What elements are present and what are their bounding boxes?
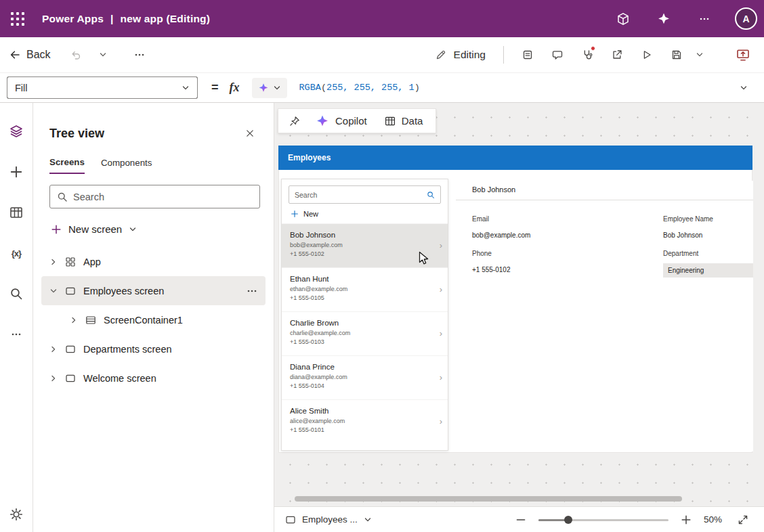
app-name: new app (Editing) bbox=[121, 13, 211, 25]
undo-redo-dropdown[interactable] bbox=[91, 43, 114, 66]
employee-name: Alice Smith bbox=[290, 407, 433, 415]
back-button[interactable]: Back bbox=[9, 49, 51, 61]
chevron-right-icon: › bbox=[440, 328, 442, 338]
pin-button[interactable] bbox=[282, 109, 307, 133]
formula-close-paren: ) bbox=[415, 83, 420, 93]
field-label: Department bbox=[663, 250, 753, 257]
close-icon bbox=[245, 129, 255, 138]
environment-button[interactable] bbox=[608, 3, 639, 35]
copilot-button[interactable] bbox=[648, 3, 679, 35]
save-icon bbox=[671, 49, 682, 60]
editing-mode-indicator[interactable]: Editing bbox=[436, 49, 486, 61]
copilot-icon bbox=[316, 114, 329, 128]
fit-to-screen-button[interactable] bbox=[734, 511, 752, 529]
undo-button[interactable] bbox=[64, 43, 87, 66]
app-object-icon bbox=[65, 257, 76, 267]
command-bar-left: Back bbox=[9, 43, 151, 66]
zoom-slider[interactable] bbox=[538, 515, 668, 525]
dock-data-tab[interactable]: Data bbox=[376, 109, 432, 133]
tree-search-input[interactable] bbox=[73, 192, 253, 202]
detail-field-department[interactable]: Department Engineering bbox=[663, 250, 753, 278]
employee-email: diana@example.com bbox=[290, 374, 433, 380]
tree-item-screen-container[interactable]: ScreenContainer1 bbox=[41, 305, 266, 334]
search-icon bbox=[57, 192, 68, 202]
tab-screens[interactable]: Screens bbox=[49, 157, 85, 174]
header-more-button[interactable] bbox=[689, 3, 720, 35]
tree-list: App Employees screen ScreenContainer1 De… bbox=[49, 247, 260, 393]
share-button[interactable] bbox=[606, 43, 629, 66]
employee-name: Charlie Brown bbox=[290, 319, 433, 327]
new-employee-label: New bbox=[303, 210, 318, 218]
chevron-down-icon bbox=[49, 287, 58, 295]
rail-data-button[interactable] bbox=[3, 199, 30, 226]
rail-insert-button[interactable] bbox=[3, 158, 30, 185]
new-screen-button[interactable]: New screen bbox=[49, 219, 138, 239]
app-settings-button[interactable] bbox=[516, 43, 539, 66]
employee-search-input[interactable] bbox=[295, 191, 423, 199]
new-employee-button[interactable]: New bbox=[282, 204, 327, 223]
expand-icon bbox=[738, 514, 748, 525]
more-icon bbox=[134, 49, 145, 60]
zoom-out-button[interactable] bbox=[512, 511, 530, 529]
app-checker-button[interactable] bbox=[576, 43, 599, 66]
canvas-horizontal-scrollbar[interactable] bbox=[295, 496, 682, 502]
tree-item-welcome-screen[interactable]: Welcome screen bbox=[41, 363, 266, 393]
publish-button[interactable] bbox=[731, 43, 755, 66]
rail-tree-view-button[interactable] bbox=[3, 118, 30, 145]
screen-selector[interactable]: Employees ... bbox=[285, 514, 372, 525]
employee-list-item[interactable]: Charlie Brown charlie@example.com +1 555… bbox=[282, 311, 448, 355]
avatar[interactable]: A bbox=[735, 7, 757, 30]
detail-field-email[interactable]: Email bob@example.com bbox=[472, 215, 663, 239]
detail-field-phone[interactable]: Phone +1 555-0102 bbox=[472, 250, 663, 278]
preview-app-header[interactable]: Employees bbox=[278, 146, 752, 170]
undo-icon bbox=[70, 49, 81, 60]
formula-copilot-button[interactable] bbox=[252, 78, 287, 98]
dock-copilot-label: Copilot bbox=[335, 115, 367, 127]
minus-icon bbox=[515, 514, 526, 525]
tree-item-app[interactable]: App bbox=[41, 247, 266, 276]
notes-icon bbox=[522, 49, 533, 60]
dock-copilot-tab[interactable]: Copilot bbox=[307, 109, 376, 133]
field-label: Email bbox=[472, 215, 663, 223]
rail-settings-button[interactable] bbox=[3, 501, 30, 528]
employee-list-item[interactable]: Alice Smith alice@example.com +1 555-010… bbox=[282, 399, 448, 443]
chevron-right-icon bbox=[70, 316, 78, 324]
save-options-dropdown[interactable] bbox=[688, 43, 711, 66]
property-selector[interactable]: Fill bbox=[7, 76, 198, 99]
slider-knob[interactable] bbox=[564, 516, 572, 524]
tree-search-box[interactable] bbox=[49, 185, 260, 208]
detail-fields: Email bob@example.com Employee Name Bob … bbox=[456, 200, 753, 278]
formula-bar-expand-button[interactable] bbox=[730, 76, 757, 99]
comment-icon bbox=[552, 49, 563, 60]
employee-list-item[interactable]: Bob Johnson bob@example.com +1 555-0102 … bbox=[282, 223, 448, 267]
detail-field-employee-name[interactable]: Employee Name Bob Johnson bbox=[663, 215, 753, 239]
command-bar-right: Editing bbox=[436, 43, 755, 66]
commandbar-more-button[interactable] bbox=[128, 43, 151, 66]
close-panel-button[interactable] bbox=[240, 123, 260, 143]
rail-variables-button[interactable]: {x} bbox=[3, 240, 30, 267]
formula-bar: Fill = fx RGBA(255, 255, 255, 1) bbox=[0, 73, 764, 103]
back-arrow-icon bbox=[9, 49, 20, 60]
formula-input[interactable]: RGBA(255, 255, 255, 1) bbox=[299, 83, 420, 93]
tree-item-more-button[interactable] bbox=[247, 286, 266, 296]
new-screen-label: New screen bbox=[68, 223, 122, 235]
employee-list-item[interactable]: Diana Prince diana@example.com +1 555-01… bbox=[282, 355, 448, 399]
tree-item-employees-screen[interactable]: Employees screen bbox=[41, 276, 266, 305]
rail-search-button[interactable] bbox=[3, 280, 30, 307]
formula-open-paren: ( bbox=[321, 83, 326, 93]
tree-item-departments-screen[interactable]: Departments screen bbox=[41, 334, 266, 363]
employee-search-box[interactable] bbox=[289, 185, 441, 204]
field-value: Engineering bbox=[663, 263, 753, 278]
comments-button[interactable] bbox=[546, 43, 569, 66]
zoom-in-button[interactable] bbox=[677, 511, 695, 529]
waffle-menu-button[interactable] bbox=[0, 0, 35, 37]
save-button[interactable] bbox=[665, 43, 688, 66]
rail-more-button[interactable] bbox=[3, 321, 30, 348]
more-icon bbox=[699, 14, 710, 24]
tab-components[interactable]: Components bbox=[101, 157, 152, 174]
employee-list-item[interactable]: Ethan Hunt ethan@example.com +1 555-0105… bbox=[282, 267, 448, 311]
employee-email: ethan@example.com bbox=[290, 286, 433, 292]
share-icon bbox=[612, 49, 622, 60]
preview-play-button[interactable] bbox=[635, 43, 658, 66]
plus-icon bbox=[681, 514, 692, 525]
